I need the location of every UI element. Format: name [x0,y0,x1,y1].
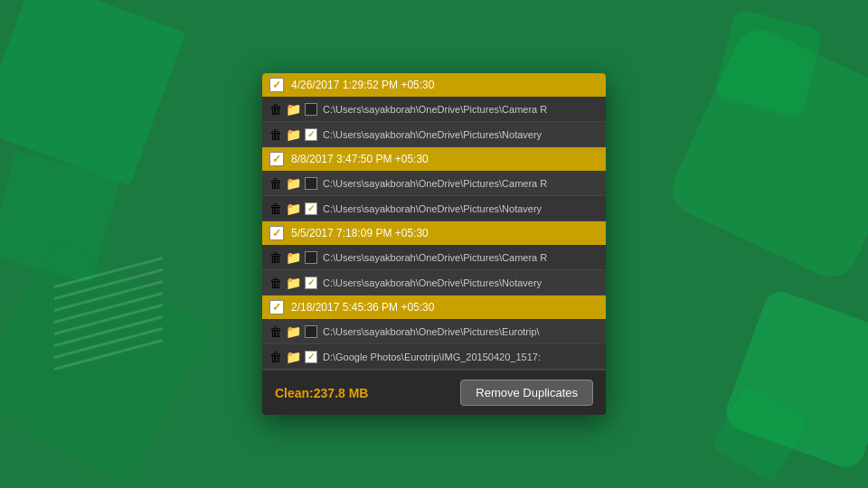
clean-size-label: Clean:237.8 MB [275,386,368,400]
folder-icon-0-0: 📁 [286,102,301,117]
group-checkbox-3[interactable] [269,300,284,314]
group-timestamp-2: 5/5/2017 7:18:09 PM +05:30 [291,227,429,239]
file-checkbox-1-0[interactable] [305,177,317,190]
panel-footer: Clean:237.8 MB Remove Duplicates [262,370,606,415]
file-row-1-0: 🗑📁C:\Users\sayakborah\OneDrive\Pictures\… [262,171,606,196]
file-row-0-0: 🗑📁C:\Users\sayakborah\OneDrive\Pictures\… [262,97,606,122]
folder-icon-1-1: 📁 [286,202,301,216]
file-checkbox-3-1[interactable] [305,351,317,363]
group-header-2[interactable]: 5/5/2017 7:18:09 PM +05:30 [262,221,606,245]
file-row-2-0: 🗑📁C:\Users\sayakborah\OneDrive\Pictures\… [262,245,606,270]
file-row-0-1: 🗑📁C:\Users\sayakborah\OneDrive\Pictures\… [262,122,606,147]
trash-icon-2-1[interactable]: 🗑 [269,276,282,290]
group-timestamp-1: 8/8/2017 3:47:50 PM +05:30 [291,153,429,165]
file-row-1-1: 🗑📁C:\Users\sayakborah\OneDrive\Pictures\… [262,196,606,221]
file-checkbox-1-1[interactable] [305,202,317,215]
file-path-1-0: C:\Users\sayakborah\OneDrive\Pictures\Ca… [323,178,599,189]
file-path-1-1: C:\Users\sayakborah\OneDrive\Pictures\No… [323,203,599,214]
folder-icon-3-1: 📁 [286,350,301,364]
file-path-2-1: C:\Users\sayakborah\OneDrive\Pictures\No… [323,277,599,288]
trash-icon-0-0[interactable]: 🗑 [269,102,282,117]
file-checkbox-0-1[interactable] [305,128,317,141]
file-checkbox-2-1[interactable] [305,277,317,289]
file-path-3-1: D:\Google Photos\Eurotrip\IMG_20150420_1… [323,352,599,362]
file-row-3-1: 🗑📁D:\Google Photos\Eurotrip\IMG_20150420… [262,344,606,370]
group-header-0[interactable]: 4/26/2017 1:29:52 PM +05:30 [262,73,606,97]
lines-decoration [54,271,163,416]
folder-icon-1-0: 📁 [286,176,301,191]
folder-icon-0-1: 📁 [286,127,301,142]
file-path-2-0: C:\Users\sayakborah\OneDrive\Pictures\Ca… [323,252,599,263]
file-row-3-0: 🗑📁C:\Users\sayakborah\OneDrive\Pictures\… [262,319,606,344]
file-checkbox-3-0[interactable] [305,325,317,338]
duplicates-panel: 4/26/2017 1:29:52 PM +05:30🗑📁C:\Users\sa… [262,73,606,415]
group-checkbox-0[interactable] [269,78,284,92]
trash-icon-1-0[interactable]: 🗑 [269,176,282,191]
trash-icon-0-1[interactable]: 🗑 [269,127,282,142]
folder-icon-2-0: 📁 [286,250,301,265]
group-timestamp-3: 2/18/2017 5:45:36 PM +05:30 [291,301,434,314]
trash-icon-3-1[interactable]: 🗑 [269,350,282,364]
group-timestamp-0: 4/26/2017 1:29:52 PM +05:30 [291,79,434,91]
group-checkbox-1[interactable] [269,152,284,166]
file-path-0-0: C:\Users\sayakborah\OneDrive\Pictures\Ca… [323,104,599,115]
group-checkbox-2[interactable] [269,226,284,240]
remove-duplicates-button[interactable]: Remove Duplicates [460,380,593,406]
file-path-0-1: C:\Users\sayakborah\OneDrive\Pictures\No… [323,129,599,140]
file-checkbox-2-0[interactable] [305,251,317,264]
group-header-1[interactable]: 8/8/2017 3:47:50 PM +05:30 [262,147,606,171]
trash-icon-1-1[interactable]: 🗑 [269,202,282,216]
file-checkbox-0-0[interactable] [305,103,317,116]
folder-icon-2-1: 📁 [286,276,301,290]
duplicates-list: 4/26/2017 1:29:52 PM +05:30🗑📁C:\Users\sa… [262,73,606,370]
file-row-2-1: 🗑📁C:\Users\sayakborah\OneDrive\Pictures\… [262,270,606,296]
folder-icon-3-0: 📁 [286,324,301,339]
group-header-3[interactable]: 2/18/2017 5:45:36 PM +05:30 [262,296,606,319]
file-path-3-0: C:\Users\sayakborah\OneDrive\Pictures\Eu… [323,326,599,337]
trash-icon-2-0[interactable]: 🗑 [269,250,282,265]
trash-icon-3-0[interactable]: 🗑 [269,324,282,339]
